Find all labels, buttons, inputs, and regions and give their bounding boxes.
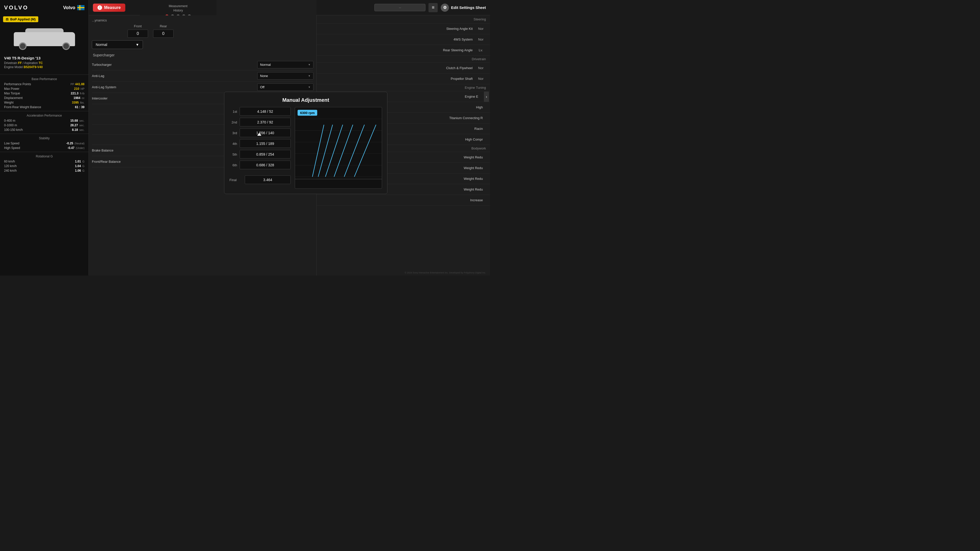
pp-label: Performance Points [4,83,31,86]
aspiration-value: TC [38,61,43,65]
tuning-row-antilag-system: Anti-Lag System Off ▼ [92,82,313,93]
4ws-value: Nor [476,38,486,41]
svg-line-9 [334,125,353,177]
antilag-system-arrow: ▼ [308,86,310,89]
stat-displacement: Displacement 1984 cc [0,96,89,100]
measure-button[interactable]: ! Measure [93,3,125,12]
gear-5-value[interactable]: 0.859 / 254 [240,150,291,159]
gear-row-3: 3rd 1.556 / 140 [229,129,291,137]
drivetrain-label: Drivetrain [4,61,18,65]
svg-line-6 [312,125,324,177]
normal-dropdown-arrow: ▼ [135,43,139,47]
stat-low-speed: Low Speed -0.25 (Neutral) [0,141,89,146]
svg-line-11 [354,125,376,177]
edit-settings-button[interactable]: ⚙ Edit Settings Sheet [441,3,486,12]
toolbar: ! Measure [89,0,140,15]
drivetrain-header: Drivetrain [317,56,490,63]
expand-engine-button[interactable]: › [484,92,489,102]
front-label: Front [127,24,148,28]
sweden-flag-icon [77,5,84,10]
modal-title: Manual Adjustment [229,97,382,103]
high-speed-note: (Under) [76,147,84,149]
brand-name: Volvo [63,5,75,11]
brake-balance-label: Brake Balance [92,148,114,152]
gear-chart-svg [295,107,382,189]
displacement-unit: cc [82,97,84,100]
rot-240-values: 1.06 G [75,169,84,172]
settings-row-propellor: Propellor Shaft Nor [317,73,490,84]
rpm-badge: 6300 rpm [298,110,317,116]
copyright-text: © 2024 Sony Interactive Entertainment In… [405,272,486,274]
clutch-label: Clutch & Flywheel [321,66,473,70]
rear-label: Rear [153,24,173,28]
history-label: MeasurementHistory [169,4,187,13]
accel-400-num: 15.68 [70,119,78,122]
accel-400-value: 15.68 sec. [70,119,84,122]
stat-weight: Weight 3395 lbs. [0,100,89,105]
displacement-label: Displacement [4,96,23,100]
final-label: Final [229,178,242,182]
normal-dropdown[interactable]: Normal ▼ [92,40,143,49]
section-base-performance: Base Performance [0,76,89,82]
rev-chart: 6300 rpm [295,107,382,189]
bop-icon: ⚖ [6,17,9,21]
gear-row-6: 6th 0.686 / 328 [229,161,291,169]
tuning-row-turbocharger: Turbocharger Normal ▼ [92,59,313,70]
rear-steering-value: Lv. [476,48,486,52]
gear-3-label: 3rd [229,131,237,135]
pp-number: 441.88 [75,83,84,86]
gear-row-5: 5th 0.859 / 254 [229,150,291,159]
rot-60-label: 60 km/h [4,160,15,163]
volvo-brand: Volvo [63,5,84,11]
max-power-num: 210 [74,87,79,91]
antilag-label: Anti-Lag [92,74,257,78]
final-value[interactable]: 3.464 [245,176,291,184]
car-wheel-right [62,42,70,50]
turbocharger-value: Normal [260,63,271,67]
accel-100-150-label: 100-150 km/h [4,128,23,132]
edit-settings-icon: ⚙ [441,3,449,12]
gear-5-label: 5th [229,152,237,156]
settings-row-4ws: 4WS System Nor [317,34,490,45]
stat-max-torque: Max Torque 221.3 ft-lb [0,91,89,96]
tuning-row-antilag: Anti-Lag None ▼ [92,70,313,82]
antilag-dropdown[interactable]: None ▼ [257,72,313,79]
section-stability: Stability [0,135,89,141]
svg-line-8 [325,125,343,177]
accel-1000-num: 28.27 [70,124,78,127]
antilag-system-label: Anti-Lag System [92,85,257,89]
gear-6-value[interactable]: 0.686 / 328 [240,161,291,169]
header-bar: VOLVO Volvo [0,0,89,15]
4ws-label: 4WS System [321,38,473,41]
low-speed-note: (Neutral) [75,142,84,145]
gear-1-label: 1st [229,110,237,113]
car-name: V40 T5 R-Design '13 [4,56,84,60]
gear-4-value[interactable]: 1.155 / 189 [240,139,291,148]
accel-400-label: 0-400 m [4,119,15,122]
weight-balance-label: Front-Rear Weight Balance [4,105,41,109]
gear-2-value[interactable]: 2.370 / 92 [240,118,291,127]
svg-line-10 [344,125,364,177]
weight-num: 3395 [72,101,79,104]
settings-row-increase: Increase [317,195,490,206]
menu-button[interactable]: ≡ [428,3,438,12]
section-rotational: Rotational G [0,154,89,159]
low-speed-value: -0.25 (Neutral) [66,141,84,145]
weight-label: Weight [4,101,14,104]
gear-1-value[interactable]: 4.148 / 52 [240,107,291,116]
supercharger-label: Supercharger [92,53,313,57]
turbocharger-dropdown[interactable]: Normal ▼ [257,61,313,68]
antilag-system-value: Off [260,85,264,89]
max-torque-unit: ft-lb [80,92,84,95]
steering-angle-value: Nor [476,27,486,30]
weight-value: 3395 lbs. [72,101,84,104]
propellor-label: Propellor Shaft [321,77,473,81]
pp-value: PP 441.88 [70,83,84,86]
antilag-system-dropdown[interactable]: Off ▼ [257,83,313,91]
divider-rotational [0,152,89,152]
gear-3-value[interactable]: 1.556 / 140 [240,129,291,137]
search-input[interactable] [374,4,425,11]
dynamics-header: Front Rear [92,24,313,28]
edit-settings-label: Edit Settings Sheet [451,5,486,10]
section-acceleration: Acceleration Performance [0,113,89,118]
